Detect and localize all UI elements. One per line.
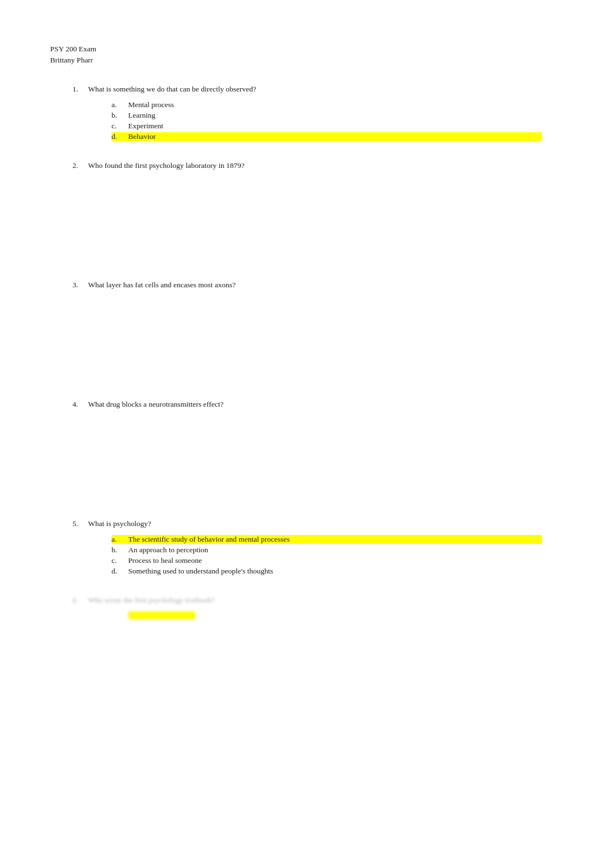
question-2-text: Who found the first psychology laborator…: [88, 161, 542, 170]
question-3: 3. What layer has fat cells and encases …: [72, 281, 542, 380]
choice-6a: [111, 611, 542, 619]
choice-1b-text: Learning: [128, 111, 542, 120]
question-2: 2. Who found the first psychology labora…: [72, 161, 542, 261]
question-6-number: 6.: [72, 596, 88, 605]
question-4-text: What drug blocks a neurotransmitters eff…: [88, 400, 542, 409]
choice-5c: c. Process to heal someone: [111, 556, 542, 565]
document-title: PSY 200 Exam: [50, 45, 542, 54]
choice-5d-text: Something used to understand people's th…: [128, 567, 542, 576]
choice-1a: a. Mental process: [111, 100, 542, 109]
document-author: Brittany Pharr: [50, 56, 542, 65]
choice-1b-letter: b.: [111, 111, 128, 120]
question-5-text: What is psychology?: [88, 519, 542, 528]
choice-5a: a. The scientific study of behavior and …: [111, 535, 542, 544]
question-5-row: 5. What is psychology?: [72, 519, 542, 528]
choice-5d-letter: d.: [111, 567, 128, 576]
choice-1c: c. Experiment: [111, 122, 542, 131]
question-3-spacer: [72, 296, 542, 380]
choice-5b: b. An approach to perception: [111, 546, 542, 554]
choice-5c-letter: c.: [111, 556, 128, 565]
question-1-text: What is something we do that can be dire…: [88, 85, 542, 94]
choice-1c-letter: c.: [111, 122, 128, 131]
question-1: 1. What is something we do that can be d…: [72, 85, 542, 141]
choice-1d-letter: d.: [111, 132, 128, 141]
choice-5b-text: An approach to perception: [128, 546, 542, 554]
choice-6a-text: [128, 611, 195, 619]
choice-1a-text: Mental process: [128, 100, 542, 109]
question-5: 5. What is psychology? a. The scientific…: [72, 519, 542, 576]
question-3-row: 3. What layer has fat cells and encases …: [72, 281, 542, 290]
choice-1b: b. Learning: [111, 111, 542, 120]
choice-1d-text: Behavior: [128, 132, 542, 141]
question-6-text: Who wrote the first psychology textbook?: [88, 596, 542, 605]
question-6: 6. Who wrote the first psychology textbo…: [72, 596, 542, 619]
choice-5d: d. Something used to understand people's…: [111, 567, 542, 576]
question-4-spacer: [72, 416, 542, 499]
question-5-number: 5.: [72, 519, 88, 528]
choice-5b-letter: b.: [111, 546, 128, 554]
choice-5a-text: The scientific study of behavior and men…: [128, 535, 542, 544]
choice-5c-text: Process to heal someone: [128, 556, 542, 565]
question-4-number: 4.: [72, 400, 88, 409]
question-2-number: 2.: [72, 161, 88, 170]
choice-1c-text: Experiment: [128, 122, 542, 131]
question-1-row: 1. What is something we do that can be d…: [72, 85, 542, 94]
question-4: 4. What drug blocks a neurotransmitters …: [72, 400, 542, 499]
questions-section: 1. What is something we do that can be d…: [72, 85, 542, 619]
question-1-number: 1.: [72, 85, 88, 94]
question-3-number: 3.: [72, 281, 88, 290]
question-2-spacer: [72, 177, 542, 261]
document-header: PSY 200 Exam Brittany Pharr: [50, 45, 542, 65]
question-5-choices: a. The scientific study of behavior and …: [111, 535, 542, 576]
choice-5a-letter: a.: [111, 535, 128, 544]
question-4-row: 4. What drug blocks a neurotransmitters …: [72, 400, 542, 409]
choice-1d: d. Behavior: [111, 132, 542, 141]
question-6-row: 6. Who wrote the first psychology textbo…: [72, 596, 542, 605]
question-3-text: What layer has fat cells and encases mos…: [88, 281, 542, 290]
choice-1a-letter: a.: [111, 100, 128, 109]
question-1-choices: a. Mental process b. Learning c. Experim…: [111, 100, 542, 141]
question-6-choices: [111, 611, 542, 619]
question-2-row: 2. Who found the first psychology labora…: [72, 161, 542, 170]
